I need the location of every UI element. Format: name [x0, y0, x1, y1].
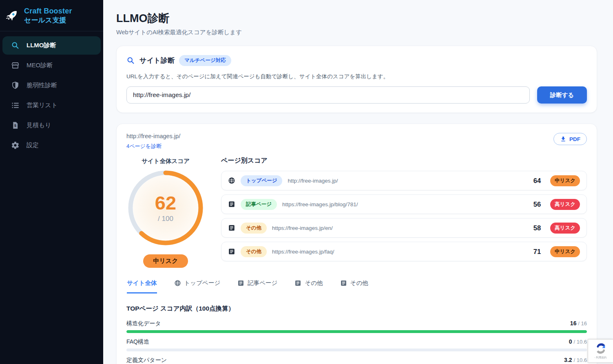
sidebar-nav: LLMO診断 MEO診断 脆弱性診断 営業リスト 見積もり 設定: [0, 31, 103, 159]
page-score: 56: [533, 201, 541, 208]
page-url: https://free-images.jp/faq/: [272, 249, 528, 255]
result-tab[interactable]: その他: [294, 279, 323, 293]
page-url: http://free-images.jp/: [288, 178, 528, 184]
breakdown-max: / 10.6: [573, 357, 587, 363]
sidebar-item-label: 脆弱性診断: [27, 82, 57, 89]
breakdown-bar-fill: [126, 330, 587, 333]
list-icon: [11, 101, 20, 110]
page-type-badge: その他: [241, 246, 267, 257]
page-scores-title: ページ別スコア: [221, 157, 587, 165]
result-site-url: http://free-images.jp/: [126, 133, 180, 139]
pages-diagnosed-link[interactable]: 4ページを診断: [126, 143, 162, 149]
site-diagnose-card: サイト診断 マルチページ対応 URLを入力すると、そのページに加えて関連ページも…: [116, 46, 597, 113]
breakdown-label: 構造化データ: [126, 320, 161, 327]
shield-icon: [11, 81, 20, 90]
page-risk-badge: 中リスク: [550, 246, 580, 257]
breakdown-title: TOPページ スコア内訳（100点換算）: [126, 304, 587, 313]
recaptcha-terms: - 利用規約: [595, 356, 607, 360]
sidebar-item-shield[interactable]: 脆弱性診断: [2, 76, 101, 95]
overall-score-value: 62: [155, 193, 176, 212]
results-card: http://free-images.jp/ 4ページを診断 PDF サイト全体…: [116, 124, 597, 364]
breakdown-item: 定義文パターン 3.2 / 10.6: [126, 357, 587, 364]
page-score-row[interactable]: 記事ページ https://free-images.jp/blog/781/ 5…: [221, 194, 587, 214]
score-ring: 62 / 100: [127, 169, 204, 247]
main-content: LLMO診断 WebサイトのAI検索最適化スコアを診断します サイト診断 マルチ…: [103, 0, 613, 364]
overall-score-label: サイト全体スコア: [126, 157, 205, 165]
page-score: 58: [533, 224, 541, 232]
sidebar-item-label: LLMO診断: [27, 42, 56, 49]
tab-label: 記事ページ: [248, 279, 277, 287]
breakdown-bar-track: [126, 349, 587, 351]
page-score-row[interactable]: その他 https://free-images.jp/faq/ 71 中リスク: [221, 242, 587, 261]
article-icon: [228, 248, 235, 255]
page-type-badge: 記事ページ: [241, 199, 277, 210]
page-score-row[interactable]: その他 https://free-images.jp/en/ 58 高リスク: [221, 218, 587, 238]
sidebar-item-gear[interactable]: 設定: [2, 136, 101, 154]
breakdown-label: FAQ構造: [126, 338, 149, 346]
page-scores-panel: ページ別スコア トップページ http://free-images.jp/ 64…: [221, 157, 587, 268]
overall-score-max: / 100: [158, 215, 173, 223]
recaptcha-badge[interactable]: - 利用規約: [588, 339, 613, 363]
sidebar-item-list[interactable]: 営業リスト: [2, 96, 101, 115]
storefront-icon: [11, 61, 20, 70]
page-risk-badge: 中リスク: [550, 175, 580, 186]
tab-label: サイト全体: [127, 279, 157, 287]
overall-risk-badge: 中リスク: [143, 254, 188, 268]
breakdown-max: / 16: [578, 320, 587, 326]
page-subtitle: WebサイトのAI検索最適化スコアを診断します: [116, 29, 597, 36]
page-url: https://free-images.jp/en/: [272, 225, 528, 231]
search-icon: [126, 56, 135, 65]
page-score: 71: [533, 248, 541, 256]
sidebar-item-invoice[interactable]: 見積もり: [2, 116, 101, 135]
article-icon: [340, 280, 347, 287]
app-logo[interactable]: Craft Booster セールス支援: [0, 0, 103, 31]
tab-label: トップページ: [184, 279, 221, 287]
result-tab[interactable]: その他: [340, 279, 368, 293]
rocket-icon: [5, 9, 19, 22]
sidebar: Craft Booster セールス支援 LLMO診断 MEO診断 脆弱性診断 …: [0, 0, 103, 364]
sidebar-item-storefront[interactable]: MEO診断: [2, 56, 101, 75]
tab-label: その他: [305, 279, 323, 287]
result-tab[interactable]: 記事ページ: [237, 279, 277, 293]
breakdown-item: 構造化データ 16 / 16: [126, 320, 587, 333]
diagnose-button[interactable]: 診断する: [537, 86, 587, 104]
page-risk-badge: 高リスク: [550, 223, 580, 234]
article-icon: [228, 201, 235, 208]
page-score-row[interactable]: トップページ http://free-images.jp/ 64 中リスク: [221, 171, 587, 190]
sidebar-item-search[interactable]: LLMO診断: [2, 36, 101, 55]
sidebar-item-label: 見積もり: [27, 121, 51, 129]
page-title: LLMO診断: [116, 11, 597, 26]
recaptcha-icon: [595, 342, 607, 355]
overall-score-panel: サイト全体スコア: [126, 157, 205, 268]
page-type-badge: その他: [241, 223, 267, 234]
download-icon: [560, 136, 567, 142]
breakdown-value: 16: [570, 320, 577, 326]
result-tabs: サイト全体 トップページ 記事ページ その他 その他: [126, 279, 587, 293]
page-type-badge: トップページ: [241, 175, 282, 186]
result-tab[interactable]: サイト全体: [127, 279, 157, 293]
article-icon: [228, 224, 235, 232]
logo-subtitle: セールス支援: [24, 16, 72, 24]
multipage-badge: マルチページ対応: [179, 55, 231, 66]
sidebar-item-label: 設定: [27, 141, 39, 149]
article-icon: [294, 280, 301, 287]
invoice-icon: [11, 121, 20, 130]
breakdown-item: FAQ構造 0 / 10.6: [126, 338, 587, 351]
pdf-download-button[interactable]: PDF: [553, 133, 587, 145]
page-url: https://free-images.jp/blog/781/: [282, 201, 528, 207]
sidebar-item-label: 営業リスト: [27, 101, 58, 109]
breakdown-bar-track: [126, 330, 587, 333]
breakdown-value: 0: [569, 338, 572, 345]
breakdown-value: 3.2: [564, 357, 572, 363]
url-input[interactable]: [126, 86, 530, 104]
breakdown-label: 定義文パターン: [126, 357, 167, 364]
result-tab[interactable]: トップページ: [174, 279, 221, 293]
diagnose-description: URLを入力すると、そのページに加えて関連ページも自動で診断し、サイト全体のスコ…: [126, 73, 587, 80]
page-score: 64: [533, 177, 541, 185]
logo-title: Craft Booster: [24, 7, 72, 16]
sidebar-item-label: MEO診断: [27, 62, 53, 69]
search-icon: [11, 41, 20, 50]
diagnose-card-title: サイト診断: [139, 56, 175, 65]
globe-icon: [228, 177, 235, 184]
article-icon: [237, 280, 244, 287]
